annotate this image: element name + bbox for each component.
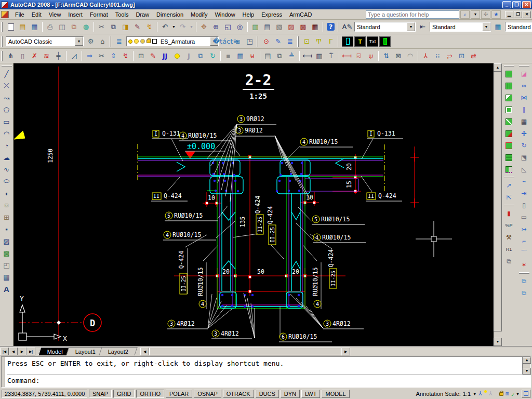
armcad-arrow-right-icon[interactable]: ⇒ [84, 50, 96, 62]
armcad-copy-icon[interactable]: ⧉ [195, 50, 207, 62]
armcad-table-icon[interactable]: ▦ [234, 50, 246, 62]
tool-palettes-icon[interactable]: ▧ [273, 21, 285, 33]
scroll-left-icon[interactable]: ◀ [140, 348, 149, 355]
layer-thaw-icon[interactable] [134, 39, 139, 44]
point-icon[interactable]: ▪ [1, 223, 12, 235]
layer-lock-icon[interactable] [147, 39, 151, 43]
scroll-up-icon[interactable]: ▲ [523, 357, 531, 364]
armcad-half-dots-icon[interactable] [503, 164, 515, 175]
vertical-scrollbar[interactable]: ▲ ▼ [494, 63, 502, 346]
layer-states-icon[interactable]: ◳ [244, 36, 256, 47]
armcad-view-text-icon[interactable]: Txt [367, 36, 378, 47]
armcad-box-dots-icon[interactable]: ⊡ [456, 50, 468, 62]
armcad-section-t-icon[interactable]: Ͳ [313, 36, 325, 47]
rectangle-icon[interactable]: ▭ [1, 116, 12, 127]
armcad-row-icon[interactable]: ⍡ [325, 50, 337, 62]
favorites-star-icon[interactable]: ★ [491, 10, 501, 19]
sheet-set-manager-icon[interactable]: ▨ [285, 21, 297, 33]
toolbar-grip[interactable] [338, 22, 339, 32]
armcad-rebar-icon[interactable]: ⋔ [5, 50, 17, 62]
doc-close-button[interactable]: ✕ [523, 11, 531, 18]
help-icon[interactable]: ? [325, 21, 337, 33]
break-at-point-icon[interactable]: ▯ [518, 200, 530, 211]
zoom-previous-icon[interactable]: ◎ [234, 21, 246, 33]
toggle-snap[interactable]: SNAP [89, 390, 112, 398]
break-icon[interactable]: ▭ [518, 211, 530, 223]
clean-screen-button[interactable] [522, 390, 530, 398]
annotation-visibility-icon[interactable]: ⅄ [478, 390, 487, 397]
revision-cloud-icon[interactable]: ☁ [1, 152, 12, 163]
armcad-spec-copy-icon[interactable]: ⧉ [274, 50, 286, 62]
table-icon[interactable]: ▦ [1, 271, 12, 283]
tab-nav-prev-icon[interactable]: ◀ [9, 348, 18, 355]
tab-nav-last-icon[interactable]: ▶| [26, 348, 35, 355]
toggle-model[interactable]: MODEL [322, 390, 349, 398]
block-editor-icon[interactable]: ↯ [143, 21, 155, 33]
offset-icon[interactable]: ∥ [518, 104, 530, 115]
draw-order-front-icon[interactable]: ⧉ [518, 275, 530, 287]
redo-icon[interactable]: ↷ [177, 21, 189, 33]
armcad-extent-icon[interactable]: ⟻ [301, 50, 313, 62]
armcad-fork-icon[interactable]: ⍦ [365, 50, 377, 62]
annotation-scale-value[interactable]: 1:1 [463, 391, 471, 397]
make-block-icon[interactable]: ⊞ [1, 211, 12, 223]
coordinate-readout[interactable]: 23304.3837, 5739.4111, 0.0000 [2, 390, 87, 398]
armcad-u-bar-icon[interactable]: ⊎ [246, 50, 258, 62]
my-workspace-icon[interactable]: ⌂ [97, 36, 109, 47]
mirror-icon[interactable]: ⋈ [518, 92, 530, 103]
trusted-autodesk-icon[interactable]: ⧈✓ [506, 390, 514, 397]
armcad-hook-gray-icon[interactable]: J [183, 50, 195, 62]
armcad-swap-icon[interactable]: ⥂ [444, 50, 456, 62]
plot-icon[interactable]: ⎙ [44, 21, 56, 33]
toggle-ortho[interactable]: ORTHO [136, 390, 164, 398]
armcad-tree-icon[interactable]: ⅄ [420, 50, 432, 62]
armcad-battery-icon[interactable]: ▮ [503, 208, 515, 219]
menu-dimension[interactable]: Dimension [153, 10, 187, 19]
match-properties-icon[interactable]: ✎ [131, 21, 143, 33]
armcad-hammer-icon[interactable]: ⚒ [503, 232, 515, 243]
armcad-comb-icon[interactable]: ╪ [52, 50, 64, 62]
armcad-wave-icon[interactable]: ≋ [41, 50, 52, 62]
horizontal-scrollbar-thumb[interactable] [149, 348, 341, 355]
armcad-rotate-icon[interactable]: ↻ [207, 50, 219, 62]
arc-icon[interactable]: ◠ [1, 128, 12, 139]
chevron-down-icon[interactable]: ▼ [75, 37, 83, 46]
toggle-lwt[interactable]: LWT [301, 390, 320, 398]
table-style-icon[interactable]: ▦ [492, 21, 504, 33]
toggle-grid[interactable]: GRID [113, 390, 135, 398]
restore-button[interactable]: ❐ [512, 1, 521, 8]
zoom-window-icon[interactable]: ◱ [222, 21, 234, 33]
armcad-blocks-icon[interactable] [503, 140, 515, 151]
layer-properties-manager-icon[interactable]: ≣ [113, 36, 125, 47]
erase-icon[interactable]: ◪ [518, 68, 530, 79]
chevron-down-icon[interactable]: ▼ [482, 22, 490, 31]
scroll-down-icon[interactable]: ▼ [523, 368, 531, 375]
quickcalc-icon[interactable]: ▦ [309, 21, 321, 33]
pan-icon[interactable]: ✥ [198, 21, 210, 33]
properties-icon[interactable]: ▥ [249, 21, 261, 33]
armcad-slab-x-icon[interactable] [503, 116, 515, 127]
chamfer-icon[interactable]: ⌐ [518, 235, 530, 247]
text-style-icon[interactable]: A✎ [341, 21, 353, 33]
layer-on-icon[interactable] [128, 39, 132, 44]
armcad-slab-icon[interactable] [503, 104, 515, 115]
armcad-section-box-icon[interactable]: ⊡ [301, 36, 313, 47]
help-search-input[interactable] [366, 10, 459, 19]
armcad-blank-paper-icon[interactable]: ▯ [17, 50, 29, 62]
vertical-scrollbar-thumb[interactable] [494, 72, 502, 331]
make-object-layer-current-icon[interactable]: �táct≋ [220, 36, 232, 47]
scroll-right-icon[interactable]: ▶ [341, 348, 350, 355]
insert-block-icon[interactable]: ⧈ [1, 200, 12, 211]
multiline-text-icon[interactable]: A [1, 283, 12, 295]
workspace-combo[interactable]: AutoCAD Classic ▼ [6, 36, 84, 46]
rotate-icon[interactable]: ↻ [518, 140, 530, 151]
toolbar-grip[interactable] [1, 36, 3, 47]
region-icon[interactable]: ◰ [1, 259, 12, 271]
armcad-view-green-icon[interactable] [379, 36, 391, 47]
armcad-extent-angle-icon[interactable]: ⟻ [341, 50, 353, 62]
armcad-monitor-icon[interactable]: ⊡ [135, 50, 147, 62]
toolbar-grip[interactable] [257, 36, 258, 47]
armcad-beam-section-icon[interactable] [503, 92, 515, 103]
armcad-break-icon[interactable]: ↯ [119, 50, 131, 62]
horizontal-scrollbar[interactable]: ◀ ▶ [140, 347, 532, 355]
